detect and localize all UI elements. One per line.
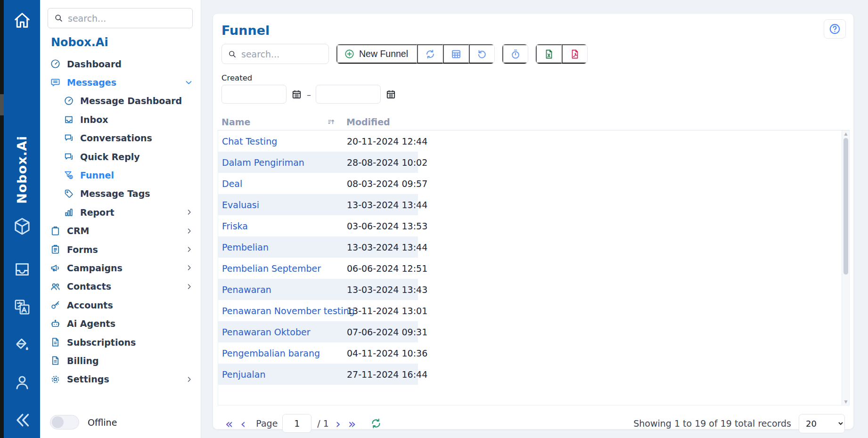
file-pdf-icon <box>569 49 581 60</box>
created-date-range: – <box>221 85 396 104</box>
funnel-link[interactable]: Pembelian <box>218 242 343 252</box>
chevron-right-icon[interactable] <box>186 376 193 383</box>
export-pdf-button[interactable] <box>562 44 587 64</box>
table-row: Evaluasi13-03-2024 13:44 <box>218 194 418 215</box>
sidebar-item-settings[interactable]: Settings <box>40 370 201 389</box>
funnel-dollar-icon <box>64 170 74 180</box>
reset-button[interactable] <box>469 44 494 64</box>
modified-cell: 13-03-2024 13:44 <box>343 200 418 210</box>
sidebar-item-forms[interactable]: Forms <box>40 240 201 259</box>
refresh-list-icon[interactable] <box>370 417 382 430</box>
sidebar-item-crm[interactable]: CRM <box>40 222 201 240</box>
funnel-link[interactable]: Deal <box>218 178 343 189</box>
sidebar-item-campaigns[interactable]: Campaigns <box>40 259 201 277</box>
funnel-link[interactable]: Evaluasi <box>218 200 343 210</box>
total-pages-label: / 1 <box>317 418 329 429</box>
search-icon <box>54 13 64 23</box>
modified-cell: 04-11-2024 10:36 <box>343 348 418 358</box>
sidebar-item-message-tags[interactable]: Message Tags <box>40 185 201 203</box>
funnel-link[interactable]: Penjualan <box>218 369 343 380</box>
funnel-link[interactable]: Pengembalian barang <box>218 348 343 358</box>
rotate-left-icon <box>476 49 488 60</box>
brand-logo[interactable]: Nobox.Ai <box>51 36 108 49</box>
column-modified[interactable]: Modified <box>343 117 390 127</box>
sort-icon[interactable] <box>327 118 336 127</box>
export-excel-button[interactable] <box>536 44 562 64</box>
sidebar-item-report[interactable]: Report <box>40 203 201 221</box>
offline-toggle[interactable] <box>50 415 79 430</box>
sidebar-item-subscriptions[interactable]: Subscriptions <box>40 333 201 351</box>
sidebar-item-message-dashboard[interactable]: Message Dashboard <box>40 92 201 110</box>
funnel-card: Funnel New Funnel <box>213 13 854 430</box>
sidebar-item-ai-agents[interactable]: Ai Agents <box>40 314 201 333</box>
help-button[interactable] <box>824 19 846 39</box>
sidebar-item-label: Accounts <box>67 300 193 310</box>
sidebar-item-label: Conversations <box>80 133 193 143</box>
sidebar-item-accounts[interactable]: Accounts <box>40 296 201 314</box>
translate-icon[interactable] <box>13 298 32 316</box>
sidebar-item-label: Message Dashboard <box>80 96 193 106</box>
calendar-icon[interactable] <box>385 89 396 100</box>
chevron-right-icon[interactable] <box>186 227 193 235</box>
sidebar-item-label: Subscriptions <box>67 337 193 348</box>
funnel-link[interactable]: Friska <box>218 221 343 231</box>
column-name[interactable]: Name <box>221 117 250 127</box>
new-funnel-button[interactable]: New Funnel <box>336 44 417 64</box>
funnel-link[interactable]: Dalam Pengiriman <box>218 157 343 168</box>
last-page-button[interactable]: » <box>344 417 360 430</box>
collapse-sidebar-icon[interactable] <box>13 411 32 430</box>
date-to-input[interactable] <box>316 85 381 104</box>
date-range-separator: – <box>307 89 311 99</box>
sidebar-search-input[interactable] <box>68 13 187 24</box>
prev-page-button[interactable]: ‹ <box>237 417 250 430</box>
sidebar-item-quick-reply[interactable]: Quick Reply <box>40 147 201 166</box>
sidebar-item-billing[interactable]: Billing <box>40 351 201 370</box>
showing-records-text: Showing 1 to 19 of 19 total records <box>633 418 791 429</box>
scroll-down-arrow[interactable]: ▼ <box>842 398 850 405</box>
first-page-button[interactable]: « <box>221 417 237 430</box>
gauge-icon <box>50 58 61 69</box>
clipboard-icon <box>50 226 61 236</box>
clipboard-list-icon <box>50 244 61 255</box>
sidebar-item-messages[interactable]: Messages <box>40 73 201 91</box>
sidebar-item-inbox[interactable]: Inbox <box>40 110 201 129</box>
timer-button-group <box>502 44 528 64</box>
funnel-link[interactable]: Pembelian September <box>218 263 343 274</box>
columns-button[interactable] <box>443 44 469 64</box>
table-search[interactable] <box>221 44 329 64</box>
home-icon[interactable] <box>13 11 31 29</box>
scroll-up-arrow[interactable]: ▲ <box>842 130 850 137</box>
chevron-right-icon[interactable] <box>186 283 193 290</box>
export-button-group <box>535 44 588 64</box>
table-icon <box>450 49 462 60</box>
sidebar-item-dashboard[interactable]: Dashboard <box>40 55 201 73</box>
calendar-icon[interactable] <box>291 89 302 100</box>
chevron-right-icon[interactable] <box>186 246 193 253</box>
page-size-select[interactable]: 20 <box>799 414 845 433</box>
inbox-tray-icon[interactable] <box>13 260 32 279</box>
profile-icon[interactable] <box>13 373 32 392</box>
scrollbar-thumb[interactable] <box>843 138 848 275</box>
sidebar-search[interactable] <box>48 8 193 28</box>
paint-bucket-icon[interactable] <box>13 335 32 354</box>
funnel-link[interactable]: Chat Testing <box>218 136 343 146</box>
auto-refresh-button[interactable] <box>502 44 528 64</box>
refresh-table-button[interactable] <box>417 44 443 64</box>
sidebar-item-contacts[interactable]: Contacts <box>40 277 201 296</box>
sidebar-item-funnel[interactable]: Funnel <box>40 166 201 184</box>
funnel-link[interactable]: Penawaran <box>218 284 343 295</box>
date-from-input[interactable] <box>221 85 287 104</box>
chevron-right-icon[interactable] <box>186 264 193 271</box>
table-scrollbar[interactable]: ▲ ▼ <box>842 130 849 405</box>
table-search-input[interactable] <box>241 49 323 59</box>
funnel-link[interactable]: Penawaran Oktober <box>218 327 343 337</box>
chevron-right-icon[interactable] <box>186 209 193 216</box>
stopwatch-icon <box>510 49 521 60</box>
page-number-input[interactable] <box>282 414 311 433</box>
chevron-down-icon[interactable] <box>185 79 193 87</box>
next-page-button[interactable]: › <box>332 417 344 430</box>
table-row: Penawaran Oktober07-06-2024 09:31 <box>218 321 418 342</box>
table-row: Penawaran November testing13-11-2024 13:… <box>218 300 418 321</box>
funnel-link[interactable]: Penawaran November testing <box>218 306 343 316</box>
sidebar-item-conversations[interactable]: Conversations <box>40 129 201 147</box>
